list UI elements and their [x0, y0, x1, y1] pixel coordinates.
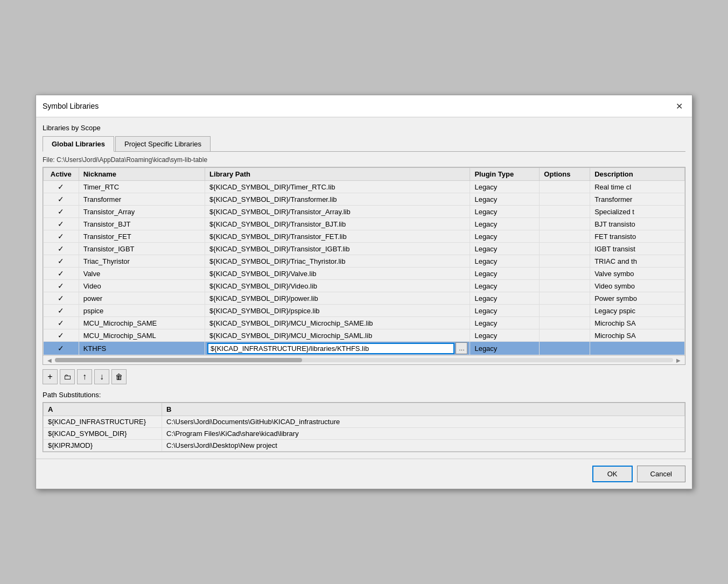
options-cell	[540, 243, 590, 255]
hscroll-thumb[interactable]	[55, 358, 302, 362]
table-row[interactable]: ✓Valve${KICAD_SYMBOL_DIR}/Valve.libLegac…	[44, 268, 685, 280]
table-row[interactable]: ✓Triac_Thyristor${KICAD_SYMBOL_DIR}/Tria…	[44, 255, 685, 268]
check-icon: ✓	[58, 207, 64, 216]
library-path-cell[interactable]: ${KICAD_SYMBOL_DIR}/Transistor_BJT.lib	[205, 218, 470, 230]
options-cell	[540, 206, 590, 218]
browse-button[interactable]: …	[456, 342, 467, 354]
dialog-title: Symbol Libraries	[43, 102, 99, 110]
check-icon: ✓	[58, 294, 64, 302]
add-folder-button[interactable]: 🗀	[60, 369, 75, 384]
horizontal-scrollbar[interactable]: ◀ ▶	[43, 355, 685, 364]
active-cell[interactable]: ✓	[44, 206, 79, 218]
library-path-cell[interactable]: ${KICAD_SYMBOL_DIR}/Video.lib	[205, 280, 470, 292]
library-path-cell[interactable]: ${KICAD_SYMBOL_DIR}/Transistor_FET.lib	[205, 230, 470, 243]
table-row[interactable]: ✓Transistor_BJT${KICAD_SYMBOL_DIR}/Trans…	[44, 218, 685, 230]
plugin-type-cell: Legacy	[470, 181, 540, 193]
options-cell	[540, 268, 590, 280]
delete-library-button[interactable]: 🗑	[111, 369, 127, 384]
options-cell	[540, 317, 590, 329]
plugin-type-cell: Legacy	[470, 329, 540, 342]
options-cell	[540, 280, 590, 292]
options-cell	[540, 292, 590, 305]
options-cell	[540, 342, 590, 355]
library-path-cell[interactable]: ${KICAD_SYMBOL_DIR}/MCU_Microchip_SAML.l…	[205, 329, 470, 342]
description-cell: Power symbo	[590, 292, 685, 305]
options-cell	[540, 230, 590, 243]
path-table-header: A B	[44, 403, 685, 416]
tab-bar: Global Libraries Project Specific Librar…	[43, 136, 685, 152]
active-cell[interactable]: ✓	[44, 230, 79, 243]
table-row[interactable]: ✓Video${KICAD_SYMBOL_DIR}/Video.libLegac…	[44, 280, 685, 292]
hscroll-track[interactable]	[55, 358, 673, 362]
libraries-table-scroll[interactable]: Active Nickname Library Path Plugin Type…	[43, 167, 685, 355]
active-cell[interactable]: ✓	[44, 342, 79, 355]
nickname-cell: Valve	[79, 268, 205, 280]
library-path-cell[interactable]: ${KICAD_SYMBOL_DIR}/MCU_Microchip_SAME.l…	[205, 317, 470, 329]
active-cell[interactable]: ✓	[44, 218, 79, 230]
library-path-cell[interactable]: …	[205, 342, 470, 355]
description-cell: Valve symbo	[590, 268, 685, 280]
add-library-button[interactable]: +	[43, 369, 58, 384]
active-cell[interactable]: ✓	[44, 280, 79, 292]
active-cell[interactable]: ✓	[44, 243, 79, 255]
options-cell	[540, 193, 590, 206]
library-path-cell[interactable]: ${KICAD_SYMBOL_DIR}/Transistor_IGBT.lib	[205, 243, 470, 255]
active-cell[interactable]: ✓	[44, 292, 79, 305]
active-cell[interactable]: ✓	[44, 317, 79, 329]
table-row[interactable]: ✓pspice${KICAD_SYMBOL_DIR}/pspice.libLeg…	[44, 305, 685, 317]
library-path-cell[interactable]: ${KICAD_SYMBOL_DIR}/power.lib	[205, 292, 470, 305]
check-icon: ✓	[58, 331, 64, 340]
nickname-cell: Transistor_IGBT	[79, 243, 205, 255]
active-cell[interactable]: ✓	[44, 181, 79, 193]
table-row[interactable]: ✓KTHFS…Legacy	[44, 342, 685, 355]
move-up-button[interactable]: ↑	[77, 369, 92, 384]
table-row[interactable]: ✓MCU_Microchip_SAML${KICAD_SYMBOL_DIR}/M…	[44, 329, 685, 342]
table-row[interactable]: ✓Transistor_Array${KICAD_SYMBOL_DIR}/Tra…	[44, 206, 685, 218]
options-cell	[540, 181, 590, 193]
active-cell[interactable]: ✓	[44, 193, 79, 206]
library-path-cell[interactable]: ${KICAD_SYMBOL_DIR}/Valve.lib	[205, 268, 470, 280]
close-button[interactable]: ✕	[673, 100, 685, 112]
col-header-description: Description	[590, 168, 685, 181]
plugin-type-cell: Legacy	[470, 255, 540, 268]
tab-project-libraries[interactable]: Project Specific Libraries	[115, 136, 211, 151]
active-cell[interactable]: ✓	[44, 268, 79, 280]
description-cell: Specialized t	[590, 206, 685, 218]
path-substitution-row: ${KICAD_SYMBOL_DIR}C:\Program Files\KiCa…	[44, 428, 685, 440]
move-down-button[interactable]: ↓	[94, 369, 109, 384]
active-cell[interactable]: ✓	[44, 255, 79, 268]
table-row[interactable]: ✓Transistor_IGBT${KICAD_SYMBOL_DIR}/Tran…	[44, 243, 685, 255]
library-path-input[interactable]	[207, 343, 454, 354]
cancel-button[interactable]: Cancel	[637, 466, 685, 482]
table-row[interactable]: ✓Timer_RTC${KICAD_SYMBOL_DIR}/Timer_RTC.…	[44, 181, 685, 193]
library-path-cell[interactable]: ${KICAD_SYMBOL_DIR}/pspice.lib	[205, 305, 470, 317]
check-icon: ✓	[58, 232, 64, 241]
path-substitution-row: ${KICAD_INFRASTRUCTURE}C:\Users\Jordi\Do…	[44, 416, 685, 428]
active-cell[interactable]: ✓	[44, 305, 79, 317]
plugin-type-cell: Legacy	[470, 230, 540, 243]
path-var-cell: ${KICAD_INFRASTRUCTURE}	[44, 416, 162, 428]
description-cell: Microchip SA	[590, 329, 685, 342]
nickname-cell: Transistor_BJT	[79, 218, 205, 230]
plugin-type-cell: Legacy	[470, 305, 540, 317]
library-path-cell[interactable]: ${KICAD_SYMBOL_DIR}/Transistor_Array.lib	[205, 206, 470, 218]
libraries-table: Active Nickname Library Path Plugin Type…	[43, 167, 685, 355]
tab-global-libraries[interactable]: Global Libraries	[43, 136, 114, 152]
path-var-cell: ${KICAD_SYMBOL_DIR}	[44, 428, 162, 440]
nickname-cell: Transformer	[79, 193, 205, 206]
library-path-cell[interactable]: ${KICAD_SYMBOL_DIR}/Transformer.lib	[205, 193, 470, 206]
active-cell[interactable]: ✓	[44, 329, 79, 342]
table-row[interactable]: ✓Transformer${KICAD_SYMBOL_DIR}/Transfor…	[44, 193, 685, 206]
library-path-cell[interactable]: ${KICAD_SYMBOL_DIR}/Timer_RTC.lib	[205, 181, 470, 193]
nickname-cell: Video	[79, 280, 205, 292]
plugin-type-cell: Legacy	[470, 292, 540, 305]
ok-button[interactable]: OK	[592, 466, 633, 482]
table-row[interactable]: ✓power${KICAD_SYMBOL_DIR}/power.libLegac…	[44, 292, 685, 305]
description-cell: IGBT transist	[590, 243, 685, 255]
description-cell: Real time cl	[590, 181, 685, 193]
library-path-cell[interactable]: ${KICAD_SYMBOL_DIR}/Triac_Thyristor.lib	[205, 255, 470, 268]
table-row[interactable]: ✓Transistor_FET${KICAD_SYMBOL_DIR}/Trans…	[44, 230, 685, 243]
table-row[interactable]: ✓MCU_Microchip_SAME${KICAD_SYMBOL_DIR}/M…	[44, 317, 685, 329]
options-cell	[540, 218, 590, 230]
path-value-cell: C:\Users\Jordi\Documents\GitHub\KICAD_in…	[162, 416, 685, 428]
